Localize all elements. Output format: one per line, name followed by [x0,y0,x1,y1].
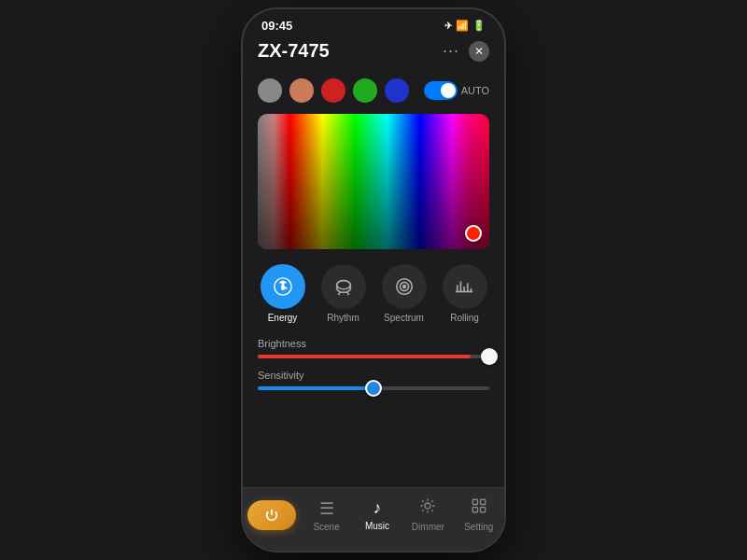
svg-rect-27 [480,508,485,512]
location-icon: ✈ [444,21,452,31]
spectrum-label: Spectrum [384,313,424,323]
mode-energy[interactable]: Energy [261,264,305,323]
swatch-red[interactable] [321,78,345,103]
brightness-thumb[interactable] [481,348,498,365]
energy-icon [261,264,305,309]
svg-line-22 [423,510,425,511]
svg-rect-26 [472,508,477,512]
svg-rect-25 [480,499,485,504]
svg-line-23 [432,500,434,502]
phone-frame: 09:45 ✈ 📶 🔋 ZX-7475 ··· ✕ AUTO [243,9,504,551]
more-options-button[interactable]: ··· [443,41,459,61]
sensitivity-slider-row: Sensitivity [258,370,489,390]
nav-setting[interactable]: Setting [458,497,500,532]
color-picker[interactable] [258,114,489,249]
toggle-track[interactable] [424,81,458,100]
auto-label: AUTO [461,85,489,96]
svg-point-8 [402,286,405,288]
mode-spectrum[interactable]: Spectrum [382,264,427,323]
swatch-tan[interactable] [289,78,314,103]
nav-dimmer[interactable]: Dimmer [407,497,448,532]
swatch-green[interactable] [353,78,377,103]
setting-label: Setting [464,522,493,532]
nav-music[interactable]: ♪ Music [357,498,398,531]
sensitivity-track[interactable] [258,386,489,390]
close-button[interactable]: ✕ [469,41,489,62]
nav-power[interactable] [247,500,296,530]
mode-rhythm[interactable]: Rhythm [321,264,366,323]
swatch-blue[interactable] [385,78,409,103]
wifi-icon: 📶 [456,20,469,32]
spectrum-icon [382,264,427,309]
mode-rolling[interactable]: Rolling [443,264,487,323]
svg-point-3 [336,281,350,289]
auto-toggle[interactable]: AUTO [424,81,489,100]
svg-line-19 [432,510,434,511]
brightness-fill [258,355,471,358]
status-icons: ✈ 📶 🔋 [444,20,486,32]
scene-label: Scene [313,522,339,532]
swatch-gray[interactable] [258,78,282,103]
svg-line-4 [338,292,340,296]
setting-icon [471,497,487,519]
status-bar: 09:45 ✈ 📶 🔋 [243,9,504,36]
toggle-thumb [441,83,456,98]
bottom-nav: ☰ Scene ♪ Music Dimmer [243,487,504,551]
energy-label: Energy [268,313,298,323]
color-gradient [258,114,489,249]
rolling-label: Rolling [450,313,479,323]
status-time: 09:45 [261,19,292,33]
color-cursor [465,225,482,242]
rhythm-label: Rhythm [327,313,359,323]
header-actions: ··· ✕ [443,41,489,62]
nav-scene[interactable]: ☰ Scene [306,498,347,532]
sliders: Brightness Sensitivity [243,327,504,409]
dimmer-label: Dimmer [412,522,444,532]
dimmer-icon [419,497,436,519]
rolling-icon [443,264,487,309]
music-icon: ♪ [373,498,381,518]
svg-line-18 [423,500,425,502]
battery-icon: 🔋 [472,20,486,32]
mode-buttons: Energy Rhythm Spectrum [243,253,504,327]
sensitivity-fill [258,386,374,390]
svg-point-2 [281,282,285,286]
power-button[interactable] [247,500,296,530]
svg-line-5 [346,292,348,296]
header: ZX-7475 ··· ✕ [243,36,504,71]
rhythm-icon [321,264,366,309]
svg-rect-24 [472,499,477,504]
brightness-track[interactable] [258,355,489,358]
device-title: ZX-7475 [258,40,330,62]
color-swatches: AUTO [243,71,504,110]
brightness-slider-row: Brightness [258,338,489,358]
brightness-label: Brightness [258,338,489,349]
svg-point-15 [425,503,430,509]
music-label: Music [365,521,389,531]
scene-icon: ☰ [319,498,334,519]
svg-rect-1 [281,285,285,290]
sensitivity-thumb[interactable] [365,380,382,397]
